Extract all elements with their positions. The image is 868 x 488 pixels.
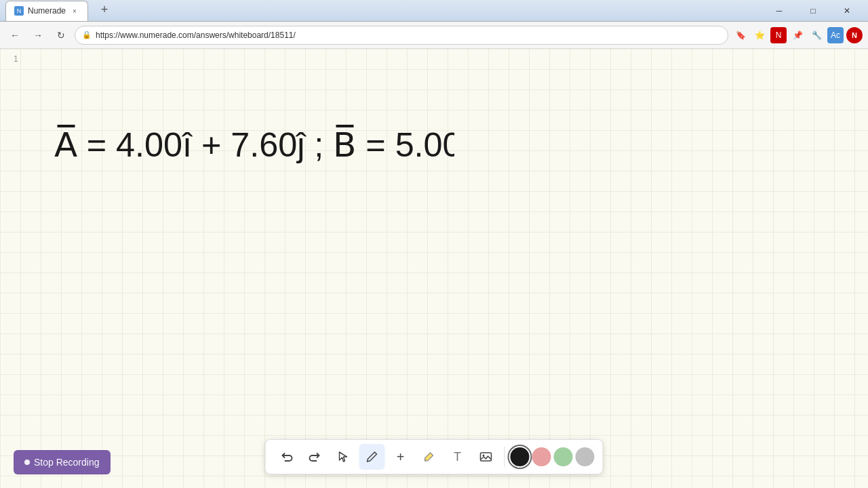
browser-tab[interactable]: N Numerade × — [5, 1, 88, 21]
whiteboard[interactable]: 1 A̅ = 4.00î + 7.60ĵ ; B̅ = 5.00î + — [0, 49, 868, 488]
text-tool-button[interactable]: T — [445, 444, 471, 470]
tab-favicon: N — [14, 6, 24, 16]
stop-recording-label: Stop Recording — [34, 457, 100, 468]
stop-recording-button[interactable]: Stop Recording — [14, 450, 111, 474]
math-expression: A̅ = 4.00î + 7.60ĵ ; B̅ = 5.00î — [47, 110, 454, 178]
url-text: https://www.numerade.com/answers/whitebo… — [96, 30, 296, 40]
color-pink-button[interactable] — [532, 447, 551, 466]
add-button[interactable]: + — [388, 444, 414, 470]
maximize-button[interactable]: □ — [797, 0, 829, 22]
recording-indicator — [24, 460, 30, 465]
nav-bar: ← → ↻ 🔒 https://www.numerade.com/answers… — [0, 22, 868, 49]
page-number: 1 — [14, 54, 18, 64]
select-tool-button[interactable] — [331, 444, 357, 470]
tab-close-button[interactable]: × — [70, 6, 79, 16]
color-gray-button[interactable] — [576, 447, 595, 466]
refresh-button[interactable]: ↻ — [52, 26, 71, 45]
redo-button[interactable] — [302, 444, 328, 470]
address-bar[interactable]: 🔒 https://www.numerade.com/answers/white… — [75, 26, 728, 45]
toolbar-separator — [505, 447, 505, 467]
minimize-button[interactable]: ─ — [764, 0, 795, 22]
browser-frame: N Numerade × + ─ □ ✕ ← → ↻ 🔒 https://www… — [0, 0, 868, 488]
pen-tool-button[interactable] — [359, 444, 385, 470]
undo-button[interactable] — [274, 444, 300, 470]
color-green-button[interactable] — [554, 447, 573, 466]
close-button[interactable]: ✕ — [831, 0, 863, 22]
svg-rect-1 — [481, 453, 492, 461]
forward-button[interactable]: → — [28, 26, 47, 45]
back-button[interactable]: ← — [5, 26, 24, 45]
ext-pin-icon[interactable]: 📌 — [789, 27, 806, 43]
title-bar: N Numerade × + ─ □ ✕ — [0, 0, 868, 22]
browser-extensions: 🔖 ⭐ N 📌 🔧 Ac N — [732, 27, 863, 43]
ext-numerade-icon[interactable]: N — [770, 27, 787, 43]
ext-acrobat-icon[interactable]: Ac — [827, 27, 844, 43]
ext-settings-icon[interactable]: 🔧 — [808, 27, 825, 43]
ext-user-icon[interactable]: N — [846, 27, 863, 43]
color-black-button[interactable] — [511, 447, 530, 466]
highlighter-button[interactable] — [416, 444, 442, 470]
svg-point-2 — [483, 455, 485, 457]
new-tab-button[interactable]: + — [95, 1, 114, 20]
tab-title: Numerade — [28, 6, 66, 16]
lock-icon: 🔒 — [82, 30, 92, 39]
ext-bookmark-icon[interactable]: 🔖 — [732, 27, 749, 43]
ext-star-icon[interactable]: ⭐ — [751, 27, 768, 43]
title-bar-controls: ─ □ ✕ — [764, 0, 863, 22]
drawing-toolbar: + T — [265, 439, 604, 474]
svg-text:A̅ = 4.00î + 7.60ĵ ; 
        : A̅ = 4.00î + 7.60ĵ ; B̅ = 5.00î — [54, 125, 454, 164]
image-tool-button[interactable] — [473, 444, 499, 470]
